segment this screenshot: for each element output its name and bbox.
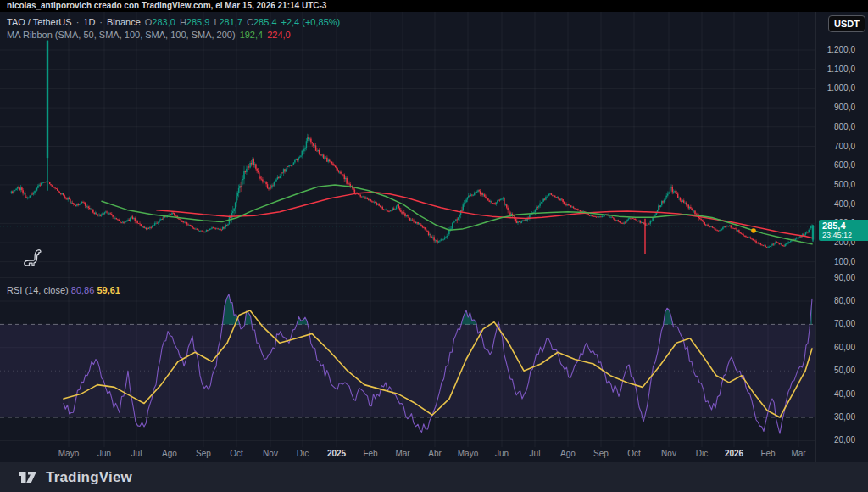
tradingview-brand-text[interactable]: TradingView <box>46 469 132 486</box>
attribution-bar: nicolas_antiporovich creado con TradingV… <box>0 0 868 12</box>
ohlc-high: H285,9 <box>180 17 209 28</box>
time-axis-label: Mayo <box>458 449 478 458</box>
rsi-legend-row[interactable]: RSI (14, close) 80,86 59,61 <box>7 285 120 295</box>
time-axis-label: Oct <box>230 449 243 458</box>
time-axis-label: Nov <box>661 449 676 458</box>
ohlc-open: O283,0 <box>145 17 175 28</box>
time-axis-label: Jul <box>530 449 541 458</box>
time-axis-label: Feb <box>363 449 377 458</box>
rsi-axis-label: 30,00 <box>834 412 855 422</box>
rsi-axis-label: 40,00 <box>834 389 855 400</box>
tradingview-logo-icon[interactable] <box>18 470 38 485</box>
price-chart[interactable] <box>0 12 815 277</box>
dinosaur-outline <box>25 250 41 266</box>
currency-toggle-button[interactable]: USDT <box>828 15 865 32</box>
price-axis-label: 900,0 <box>834 103 855 113</box>
time-axis-label: Sep <box>593 449 609 458</box>
separator: · <box>99 17 103 28</box>
rsi-axis-label: 50,00 <box>834 366 855 376</box>
time-axis-label: Mar <box>791 449 805 458</box>
rsi-chart[interactable] <box>0 277 815 447</box>
time-axis-label: Abr <box>428 449 442 458</box>
orange-dot-marker[interactable] <box>751 228 756 233</box>
price-axis-label: 800,0 <box>834 122 855 132</box>
interval-label: 1D <box>83 17 95 28</box>
time-axis-label: Oct <box>627 449 641 458</box>
time-axis-label: Dic <box>696 449 708 458</box>
time-axis-label: Jun <box>495 449 509 458</box>
price-axis[interactable]: USDT 285,4 23:45:12 1.200,01.100,01.000,… <box>815 12 868 462</box>
price-axis-label: 600,0 <box>834 160 855 171</box>
ma-ribbon-legend-row[interactable]: MA Ribbon (SMA, 50, SMA, 100, SMA, 100, … <box>7 30 340 41</box>
price-axis-label: 400,0 <box>834 199 855 210</box>
time-axis-label: 2026 <box>725 449 743 458</box>
symbol-legend-row[interactable]: TAO / TetherUS · 1D · Binance O283,0 H28… <box>7 17 340 28</box>
footer-bar: TradingView <box>0 462 868 492</box>
rsi-axis-label: 80,00 <box>834 296 855 306</box>
time-axis-label: Feb <box>760 449 775 458</box>
rsi-axis-label: 20,00 <box>834 435 855 445</box>
last-price-value: 285,4 <box>822 221 866 231</box>
price-axis-label: 500,0 <box>834 180 855 190</box>
time-axis-label: Nov <box>263 449 278 458</box>
price-axis-label: 1.100,0 <box>827 64 855 75</box>
price-axis-label: 1.000,0 <box>827 83 855 93</box>
rsi-ma-value: 59,61 <box>97 285 120 295</box>
last-price-tag[interactable]: 285,4 23:45:12 <box>819 220 868 241</box>
ohlc-low: L281,7 <box>214 17 242 28</box>
time-axis-label: Ago <box>560 449 576 458</box>
separator: · <box>76 17 80 28</box>
time-axis-label: Dic <box>297 449 309 458</box>
price-axis-label: 1.200,0 <box>827 45 855 55</box>
ohlc-close: C285,4 <box>247 17 276 28</box>
time-axis[interactable]: MayoJunJulAgoSepOctNovDic2025FebMarAbrMa… <box>0 447 815 462</box>
rsi-title: RSI (14, close) <box>7 285 69 295</box>
time-axis-label: Jun <box>97 449 111 458</box>
time-axis-label: 2025 <box>327 449 346 458</box>
rsi-axis-label: 60,00 <box>834 343 855 353</box>
rsi-axis-label: 70,00 <box>834 319 855 329</box>
ma-slow-value: 224,0 <box>267 30 291 41</box>
time-axis-label: Mayo <box>58 449 79 458</box>
exchange-label: Binance <box>107 17 141 28</box>
rsi-axis-label: 90,00 <box>834 273 855 283</box>
symbol-title: TAO / TetherUS <box>7 17 72 28</box>
ma-ribbon-title: MA Ribbon (SMA, 50, SMA, 100, SMA, 100, … <box>7 30 236 41</box>
tradingview-chart-window: nicolas_antiporovich creado con TradingV… <box>0 0 868 492</box>
attribution-text: nicolas_antiporovich creado con TradingV… <box>7 1 326 10</box>
time-axis-label: Ago <box>162 449 177 458</box>
time-axis-label: Mar <box>395 449 409 458</box>
dinosaur-sticker[interactable] <box>21 246 43 270</box>
ma-fast-value: 192,4 <box>240 30 264 41</box>
bar-countdown: 23:45:12 <box>822 231 866 239</box>
price-axis-label: 100,0 <box>834 257 855 267</box>
time-axis-label: Jul <box>131 449 142 458</box>
time-axis-label: Sep <box>196 449 211 458</box>
symbol-legend: TAO / TetherUS · 1D · Binance O283,0 H28… <box>7 17 340 42</box>
price-axis-label: 700,0 <box>834 142 855 152</box>
rsi-value: 80,86 <box>71 285 95 295</box>
change-value: +2,4 (+0,85%) <box>281 17 341 28</box>
